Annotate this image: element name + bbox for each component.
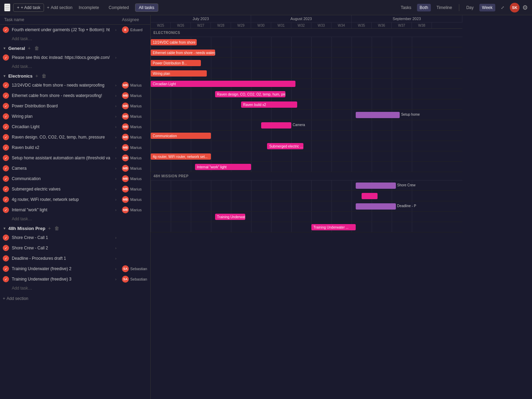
week-col-W33: W33 [311,23,331,28]
gantt-bar-m4[interactable]: Training Underwater (freedive) 2 [215,214,245,220]
grid-line [251,162,251,172]
grid-line [271,212,272,222]
add-task-button[interactable]: + + Add task [13,3,44,12]
add-to-section-electronics[interactable]: + [35,73,39,79]
task-row-e12[interactable]: ✓ 4g router, WiFi router, network setup … [0,194,150,205]
settings-icon[interactable]: ⚙ [522,4,528,11]
grid-line [331,151,332,161]
assignee-name-e4: Marius [130,114,142,118]
section-electronics[interactable]: ▼ Electronics + 🗑 [0,70,150,80]
task-assignee-e12: MB Marius [119,196,150,203]
task-check-m4: ✓ [3,266,9,272]
gantt-bar-e1[interactable]: 12/24VDC cable from shore - nee... [151,39,197,45]
gantt-body: ELECTRONICS12/24VDC cable from shore - n… [151,29,462,232]
grid-line [372,37,372,47]
add-section-button[interactable]: + Add section [47,5,72,10]
gantt-bar-e4[interactable]: Wiring plan [151,70,207,77]
task-row-g1[interactable]: ✓ Please see this doc instead: https://d… [0,52,150,63]
grid-line [412,191,412,201]
add-section-footer[interactable]: + Add section [0,292,150,305]
gantt-bar-e9[interactable] [261,122,291,128]
filter-completed[interactable]: Completed [105,4,132,11]
delete-section-general[interactable]: 🗑 [34,45,40,51]
grid-line [291,191,292,201]
task-row-e13[interactable]: ✓ Internal "work" light › MB Marius [0,205,150,215]
grid-line [231,47,231,57]
filter-incomplete[interactable]: Incomplete [75,4,103,11]
week-col-W31: W31 [271,23,291,28]
grid-line [231,151,231,161]
gantt-bar-e10[interactable]: Communication [151,133,211,139]
gantt-bar-e6[interactable]: Raven design. CO, CO2, O2, temp, hum, pr… [215,91,285,97]
grid-line [412,37,412,47]
grid-line [251,222,251,232]
view-both-button[interactable]: Both [417,4,431,11]
gantt-bar-m1[interactable] [356,183,396,189]
expand-icon[interactable]: ⤢ [498,4,507,11]
add-task-48h[interactable]: Add task… [0,284,150,292]
gantt-bar-e3[interactable]: Power Distribution B... [151,60,201,66]
task-row-e6[interactable]: ✓ Raven design. CO, CO2, O2, temp, hum, … [0,132,150,142]
add-to-section-48h[interactable]: + [47,225,52,231]
task-row-e5[interactable]: ✓ Circadian Light › MB Marius [0,122,150,132]
section-general[interactable]: ▼ General + 🗑 [0,43,150,52]
view-timeline-button[interactable]: Timeline [434,4,455,11]
task-row-e10[interactable]: ✓ Communication › MB Marius [0,174,150,184]
user-avatar[interactable]: SK [510,3,520,12]
gantt-bar-e5[interactable]: Circadian Light [151,81,295,87]
gantt-bar-e13[interactable]: Internal "work" light [195,164,251,170]
task-check-e4: ✓ [3,113,9,119]
task-assignee-e2: MB Marius [119,92,150,99]
task-row-e9[interactable]: ✓ Camera › MB Marius [0,163,150,174]
gantt-bar-e7[interactable]: Raven build x2 [241,101,297,108]
add-task-general[interactable]: Add task… [0,63,150,70]
task-row-previous[interactable]: ✓ Fourth element under garments (J2 Top … [0,25,150,35]
task-row-m5[interactable]: ✓ Training Underwater (freedive) 3 › SA … [0,274,150,284]
section-48h[interactable]: ▼ 48h Mission Prep + 🗑 [0,223,150,232]
gantt-bar-e12[interactable]: 4g router, WiFi router, network set... [151,153,211,160]
gantt-bar-e2[interactable]: Ethernet cable from shore - needs waterp… [151,50,215,56]
view-week-button[interactable]: Week [479,4,495,11]
task-row-m3[interactable]: ✓ Deadline - Procedures draft 1 › [0,253,150,264]
task-row-e8[interactable]: ✓ Setup home assistant automation alarm … [0,153,150,163]
delete-section-electronics[interactable]: 🗑 [41,73,47,79]
add-task-electronics[interactable]: Add task… [0,215,150,223]
task-row-m1[interactable]: ✓ Shore Crew - Call 1 › [0,232,150,243]
month-july: July 2023 [151,15,251,22]
task-row-m4[interactable]: ✓ Training Underwater (freedive) 2 › SA … [0,264,150,274]
grid-line [151,110,151,120]
grid-line [171,141,171,151]
task-row-e4[interactable]: ✓ Wiring plan › MB Marius [0,111,150,122]
filter-all-tasks[interactable]: All tasks [135,3,158,12]
gantt-bar-m5[interactable]: Training Underwater ... [311,224,356,230]
task-row-e3[interactable]: ✓ Power Distribution Board › MB Marius [0,101,150,111]
gantt-bar-m3[interactable] [356,203,396,210]
add-to-section-general[interactable]: + [27,45,31,51]
delete-section-48h[interactable]: 🗑 [54,225,60,231]
grid-line [231,37,231,47]
task-row-e11[interactable]: ✓ Submerged electric valves › MB Marius [0,184,150,194]
grid-line [331,212,332,222]
task-check-e9: ✓ [3,165,9,171]
task-name-m1: Shore Crew - Call 1 [12,235,115,240]
task-assignee-e5: MB Marius [119,123,150,130]
table-header: Task name Assignee [0,15,150,25]
grid-line [331,99,332,109]
menu-icon[interactable]: ☰ [4,3,10,11]
task-arrow-previous: › [115,28,116,32]
gantt-bar-m2[interactable] [362,193,378,199]
col-assignee-header: Assignee [119,17,150,22]
grid-line [211,212,211,222]
task-row-e7[interactable]: ✓ Raven build x2 › MB Marius [0,142,150,153]
gantt-bar-e11[interactable]: Submerged electric ... [267,143,303,149]
add-task-previous[interactable]: Add task… [0,35,150,43]
gantt-bar-e8[interactable] [356,112,400,118]
view-tasks-button[interactable]: Tasks [398,4,414,11]
view-day-button[interactable]: Day [463,4,476,11]
grid-line [251,131,251,141]
task-row-m2[interactable]: ✓ Shore Crew - Call 2 › [0,243,150,253]
grid-line [392,47,392,57]
grid-line [151,89,151,99]
task-row-e2[interactable]: ✓ Ethernet cable from shore - needs wate… [0,90,150,101]
task-row-e1[interactable]: ✓ 12/24VDC cable from shore - needs wate… [0,80,150,90]
